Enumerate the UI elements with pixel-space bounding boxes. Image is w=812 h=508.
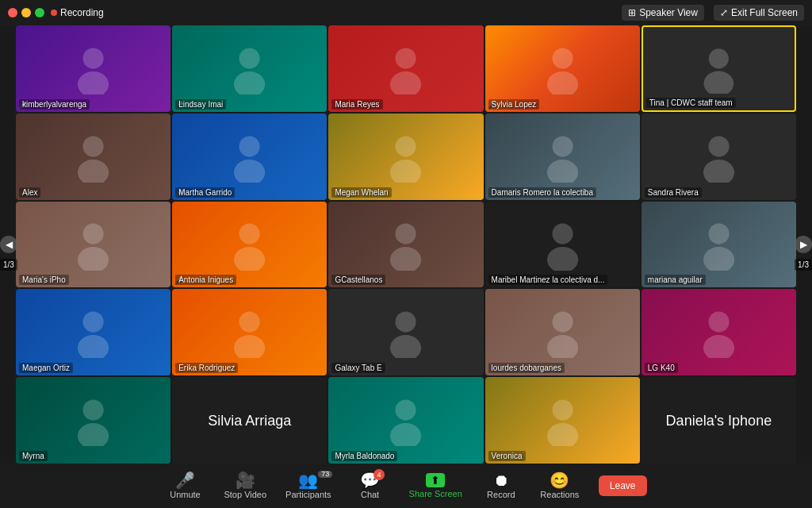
unmute-button[interactable]: 🎤 Unmute: [165, 472, 205, 499]
svg-point-31: [78, 335, 109, 358]
participant-name-2: Lindsay Imai: [175, 99, 226, 110]
video-cell-3: Maria Reyes: [328, 25, 483, 112]
participant-name-15: mariana aguilar: [645, 275, 706, 285]
left-page-indicator: 1/3: [0, 259, 17, 271]
video-cell-9: Damaris Romero la colectiba: [485, 114, 640, 200]
chat-button[interactable]: 💬 4 Chat: [350, 472, 390, 499]
video-cell-16: Maegan Ortiz: [16, 289, 170, 375]
share-screen-button[interactable]: ⬆ Share Screen: [409, 473, 462, 498]
previous-page-button[interactable]: ◀: [0, 236, 17, 253]
exit-fullscreen-label: Exit Full Screen: [731, 7, 798, 18]
chat-badge: 4: [373, 469, 385, 480]
topbar: Recording ⊞ Speaker View ⤢ Exit Full Scr…: [0, 0, 812, 25]
svg-point-30: [83, 312, 104, 333]
video-cell-1: 🎤 kimberlyalvarenga: [16, 25, 170, 112]
svg-point-28: [708, 224, 729, 244]
video-cell-22: Silvia Arriaga: [172, 377, 327, 464]
participant-name-14: Maribel Martinez la colectiva d...: [488, 275, 608, 285]
svg-point-21: [78, 247, 109, 270]
participant-name-1: kimberlyalvarenga: [19, 99, 90, 110]
participant-name-16: Maegan Ortiz: [19, 363, 73, 373]
svg-point-18: [708, 136, 729, 156]
svg-point-10: [83, 136, 104, 156]
participant-name-7: Martha Garrido: [175, 187, 235, 198]
reactions-label: Reactions: [540, 490, 579, 499]
svg-point-11: [78, 159, 109, 182]
participant-name-12: Antonia Inigues: [175, 275, 236, 285]
exit-fullscreen-icon: ⤢: [720, 7, 728, 18]
record-label: Record: [487, 490, 515, 499]
recording-badge: Recording: [51, 7, 104, 18]
svg-point-38: [708, 312, 729, 333]
svg-point-13: [234, 159, 265, 182]
speaker-view-button[interactable]: ⊞ Speaker View: [622, 5, 704, 21]
toolbar: 🎤 Unmute 🎥 Stop Video 👥 73 Participants …: [0, 464, 812, 508]
participant-name-6: Alex: [19, 187, 40, 198]
chat-label: Chat: [361, 490, 379, 499]
svg-point-24: [396, 224, 416, 244]
speaker-view-icon: ⊞: [628, 7, 636, 18]
traffic-lights: [8, 8, 44, 17]
microphone-icon: 🎤: [175, 472, 195, 488]
video-area: 🎤 kimberlyalvarenga 🎤 Lindsay Imai Maria…: [16, 25, 796, 464]
svg-point-2: [239, 48, 260, 68]
svg-point-32: [239, 312, 260, 333]
reactions-button[interactable]: 😊 Reactions: [540, 472, 580, 499]
participant-name-21: Myrna: [19, 451, 48, 461]
video-cell-14: Maribel Martinez la colectiva d...: [485, 202, 640, 288]
share-screen-icon: ⬆: [426, 473, 445, 487]
video-cell-7: 🎤 Martha Garrido: [172, 114, 327, 200]
unmute-label: Unmute: [170, 490, 201, 499]
svg-point-22: [239, 224, 260, 244]
fullscreen-button[interactable]: [35, 8, 44, 17]
svg-point-14: [396, 136, 416, 156]
exit-fullscreen-button[interactable]: ⤢ Exit Full Screen: [714, 5, 804, 21]
svg-point-16: [552, 136, 573, 156]
video-icon: 🎥: [236, 472, 255, 488]
svg-point-3: [234, 71, 265, 94]
next-page-button[interactable]: ▶: [795, 236, 812, 253]
svg-point-35: [390, 335, 421, 358]
svg-point-12: [239, 136, 260, 156]
video-cell-25: Daniela's Iphone: [642, 377, 796, 464]
video-cell-8: Megan Whelan: [328, 114, 483, 200]
video-cell-20: LG K40: [642, 289, 796, 375]
participants-icon: 👥 73: [298, 472, 318, 488]
participant-name-3: Maria Reyes: [331, 99, 382, 110]
participants-button[interactable]: 👥 73 Participants: [285, 472, 331, 499]
video-cell-5: Tina | CDWC staff team: [642, 25, 796, 112]
stop-video-button[interactable]: 🎥 Stop Video: [224, 472, 266, 499]
leave-button[interactable]: Leave: [599, 475, 647, 496]
participant-name-13: GCastellanos: [331, 275, 385, 285]
svg-point-27: [547, 247, 578, 270]
svg-point-20: [83, 224, 104, 244]
video-cell-4: 🎤 Sylvia Lopez: [485, 25, 640, 112]
share-screen-label: Share Screen: [409, 489, 462, 498]
svg-point-17: [547, 159, 578, 182]
svg-point-34: [396, 312, 416, 333]
participant-name-20: LG K40: [645, 363, 678, 373]
close-button[interactable]: [8, 8, 17, 17]
record-button[interactable]: ⏺ Record: [481, 472, 521, 499]
svg-point-1: [78, 71, 109, 94]
svg-point-45: [547, 423, 578, 446]
participant-name-8: Megan Whelan: [331, 187, 391, 198]
participant-name-4: Sylvia Lopez: [488, 99, 540, 110]
svg-point-41: [78, 423, 109, 446]
reactions-icon: 😊: [550, 472, 569, 488]
svg-point-0: [83, 48, 104, 68]
video-cell-6: Alex: [16, 114, 170, 200]
right-page-indicator: 1/3: [795, 259, 812, 271]
svg-point-8: [709, 48, 729, 68]
participant-name-25: Daniela's Iphone: [666, 412, 772, 429]
video-grid: 🎤 kimberlyalvarenga 🎤 Lindsay Imai Maria…: [16, 25, 796, 464]
svg-point-15: [390, 159, 421, 182]
svg-point-26: [552, 224, 573, 244]
leave-label: Leave: [610, 480, 636, 491]
svg-point-6: [552, 48, 573, 68]
svg-point-7: [547, 71, 578, 94]
video-cell-21: Myrna: [16, 377, 170, 464]
record-icon: ⏺: [493, 472, 509, 488]
minimize-button[interactable]: [21, 8, 31, 17]
speaker-view-label: Speaker View: [639, 7, 698, 18]
